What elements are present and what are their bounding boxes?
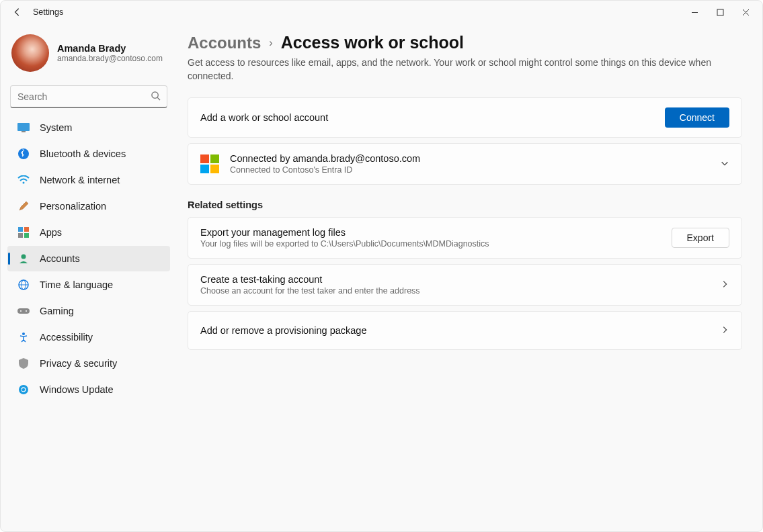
sidebar-item-label: Accounts [40,253,80,264]
chevron-right-icon: › [269,37,272,49]
provisioning-card[interactable]: Add or remove a provisioning package [188,311,742,350]
add-account-card: Add a work or school account Connect [188,97,742,138]
page-subtitle: Get access to resources like email, apps… [188,56,712,83]
svg-point-12 [22,255,26,259]
titlebar: Settings [1,1,762,24]
export-logs-title: Export your management log files [200,227,672,238]
svg-point-19 [22,332,25,335]
system-icon [17,121,30,134]
update-icon [17,383,30,396]
svg-point-7 [23,182,25,184]
search-box[interactable] [10,85,167,108]
export-button[interactable]: Export [672,228,729,248]
sidebar-item-label: Time & language [40,279,113,290]
nav-list: System Bluetooth & devices Network & int… [7,115,170,402]
sidebar-item-windows-update[interactable]: Windows Update [7,377,170,402]
test-account-sub: Choose an account for the test taker and… [200,286,720,296]
svg-rect-10 [18,233,23,238]
svg-rect-11 [24,233,29,238]
svg-rect-5 [22,131,26,132]
profile-block[interactable]: Amanda Brady amanda.brady@contoso.com [7,34,170,76]
provisioning-title: Add or remove a provisioning package [200,325,720,336]
svg-point-20 [19,385,28,394]
sidebar-item-label: Apps [40,227,62,238]
sidebar-item-system[interactable]: System [7,115,170,140]
sidebar-item-network[interactable]: Network & internet [7,167,170,193]
accounts-icon [17,252,30,265]
chevron-right-icon [720,279,729,291]
globe-icon [17,278,30,292]
chevron-down-icon [720,159,729,170]
sidebar-item-personalization[interactable]: Personalization [7,193,170,219]
sidebar-item-accessibility[interactable]: Accessibility [7,324,170,350]
sidebar-item-label: Accessibility [40,332,93,343]
main-content: Accounts › Access work or school Get acc… [177,24,762,532]
related-settings-heading: Related settings [188,200,742,210]
svg-rect-9 [24,227,29,232]
svg-point-17 [20,310,22,312]
sidebar-item-label: Network & internet [40,175,120,185]
breadcrumb-parent[interactable]: Accounts [188,34,261,52]
accessibility-icon [17,330,30,344]
chevron-right-icon [720,325,729,337]
sidebar-item-label: Personalization [40,201,106,212]
sidebar-item-label: System [40,122,72,133]
sidebar-item-accounts[interactable]: Accounts [7,246,170,271]
connect-button[interactable]: Connect [665,107,729,128]
svg-point-18 [26,310,27,312]
close-button[interactable] [733,3,758,21]
sidebar-item-bluetooth[interactable]: Bluetooth & devices [7,141,170,167]
breadcrumb: Accounts › Access work or school [188,33,742,52]
svg-rect-16 [17,308,30,314]
sidebar: Amanda Brady amanda.brady@contoso.com Sy… [1,24,177,532]
avatar [11,34,49,72]
search-icon [151,91,161,103]
sidebar-item-label: Bluetooth & devices [40,148,126,159]
gamepad-icon [17,304,30,318]
back-button[interactable] [9,3,26,21]
connected-sub: Connected to Contoso's Entra ID [230,165,720,175]
maximize-button[interactable] [707,3,733,21]
sidebar-item-label: Privacy & security [40,358,117,369]
window-title: Settings [33,7,63,17]
sidebar-item-privacy[interactable]: Privacy & security [7,351,170,376]
export-logs-sub: Your log files will be exported to C:\Us… [200,239,672,249]
wifi-icon [17,173,30,187]
add-account-title: Add a work or school account [200,112,665,123]
svg-rect-8 [18,227,23,232]
sidebar-item-time-language[interactable]: Time & language [7,272,170,298]
test-account-card[interactable]: Create a test-taking account Choose an a… [188,264,742,306]
bluetooth-icon [17,147,30,161]
svg-line-3 [157,97,160,100]
export-logs-card: Export your management log files Your lo… [188,217,742,259]
sidebar-item-gaming[interactable]: Gaming [7,298,170,324]
microsoft-logo-icon [200,154,219,173]
connected-title: Connected by amanda.brady@contoso.com [230,153,720,164]
search-input[interactable] [10,85,167,108]
svg-rect-1 [717,9,723,15]
minimize-button[interactable] [682,3,707,21]
profile-name: Amanda Brady [57,43,163,54]
svg-rect-4 [17,123,30,131]
apps-icon [17,226,30,239]
paintbrush-icon [17,200,30,213]
connected-account-card[interactable]: Connected by amanda.brady@contoso.com Co… [188,143,742,185]
sidebar-item-apps[interactable]: Apps [7,220,170,245]
sidebar-item-label: Windows Update [40,384,114,395]
profile-email: amanda.brady@contoso.com [57,54,163,63]
sidebar-item-label: Gaming [40,306,74,316]
test-account-title: Create a test-taking account [200,274,720,285]
shield-icon [17,357,30,370]
page-title: Access work or school [281,33,464,52]
svg-point-2 [152,92,158,98]
